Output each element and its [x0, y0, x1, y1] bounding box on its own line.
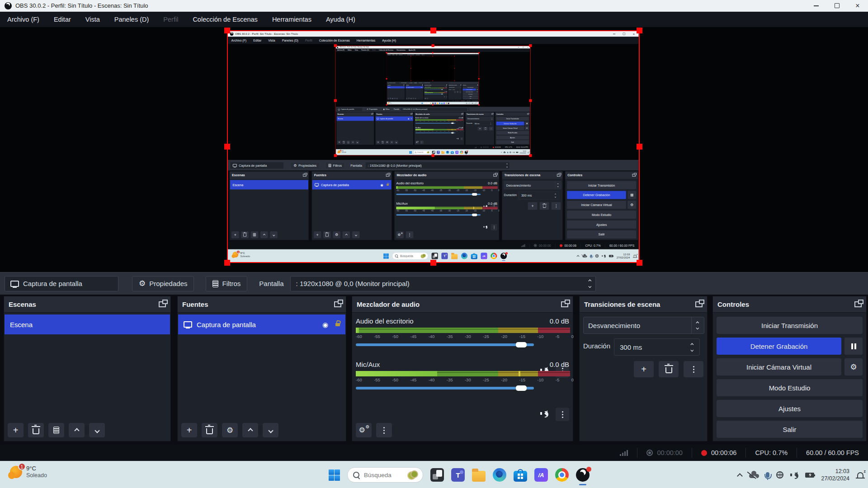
search-box[interactable] [347, 467, 423, 483]
stop-recording-button[interactable]: Detener Grabación [717, 338, 841, 355]
speaker-icon[interactable] [540, 410, 548, 417]
unlock-icon[interactable] [335, 323, 340, 326]
start-button[interactable] [329, 469, 340, 481]
volume-slider[interactable] [356, 341, 534, 348]
filters-button[interactable]: Filtros [206, 276, 247, 291]
broadcast-icon [646, 450, 653, 456]
fps-value: 60.00 / 60.00 FPS [806, 449, 859, 456]
transition-menu-button[interactable] [684, 361, 703, 377]
spin-down-button[interactable] [691, 348, 693, 351]
no-internet-icon[interactable] [776, 471, 783, 479]
tray-overflow-chevron-icon[interactable] [738, 473, 742, 477]
slider-thumb[interactable] [516, 342, 527, 347]
battery-charging-icon[interactable] [805, 473, 814, 478]
source-list-item[interactable]: Captura de pantalla ◉ [178, 314, 345, 334]
menu-herramientas[interactable]: Herramientas [272, 16, 311, 23]
onedrive-offline-icon[interactable] [749, 472, 759, 478]
slider-thumb[interactable] [516, 385, 527, 391]
menu-perfil[interactable]: Perfil [163, 16, 178, 23]
add-scene-button[interactable]: + [8, 423, 24, 437]
stream-timer: 00:00:00 [637, 448, 691, 458]
visibility-eye-icon[interactable]: ◉ [322, 321, 328, 328]
source-properties-button[interactable]: ⚙ [222, 423, 238, 437]
screen-select[interactable]: : 868x488 @ 0,0 (Monitor principal) [290, 276, 596, 291]
popout-icon[interactable] [561, 301, 568, 307]
transitions-title: Transiciones de escena [584, 300, 660, 308]
close-button[interactable]: × [847, 0, 868, 11]
fps-indicator: 60.00 / 60.00 FPS [797, 448, 868, 458]
exit-button[interactable]: Salir [717, 421, 863, 438]
transition-select[interactable]: Desvanecimiento [583, 317, 704, 334]
resize-handle-top-center[interactable] [430, 28, 436, 33]
spin-up-button[interactable] [691, 343, 693, 346]
notifications-bell-icon[interactable]: z [857, 472, 863, 478]
move-scene-up-button[interactable] [69, 423, 85, 437]
duration-spinbox[interactable]: 300 ms [614, 338, 700, 356]
taskbar-app-file-explorer[interactable] [472, 471, 486, 482]
screen-select-spinner[interactable] [588, 277, 592, 291]
restore-button[interactable] [826, 0, 847, 11]
remove-source-button[interactable] [202, 423, 217, 437]
start-streaming-button[interactable]: Iniciar Transmisión [717, 317, 863, 334]
kebab-icon [693, 369, 694, 370]
scene-name: Escena [10, 321, 33, 328]
studio-mode-button[interactable]: Modo Estudio [717, 379, 863, 396]
resize-handle-mid-left[interactable] [224, 144, 230, 150]
resize-handle-bottom-left[interactable] [224, 260, 230, 266]
taskbar-app-edge[interactable] [493, 468, 506, 482]
settings-button[interactable]: Ajustes [717, 400, 863, 417]
popout-icon[interactable] [695, 301, 703, 307]
remove-scene-button[interactable] [28, 423, 44, 437]
popout-icon[interactable] [334, 301, 341, 307]
mixer-menu-button[interactable] [376, 423, 392, 437]
scene-filters-button[interactable] [48, 423, 64, 437]
taskbar-app-teams[interactable]: T [451, 468, 465, 482]
volume-slider[interactable] [356, 385, 534, 392]
pause-recording-button[interactable] [844, 338, 863, 355]
advanced-audio-button[interactable]: ⚙⚙ [356, 423, 372, 437]
move-scene-down-button[interactable] [89, 423, 105, 437]
meter-scale: -60-55-50-45-40-35-30-25-20-15-10-50 [356, 377, 574, 382]
meter-scale: -60-55-50-45-40-35-30-25-20-15-10-50 [356, 334, 574, 339]
resize-handle-top-right[interactable] [637, 28, 642, 33]
resize-handle-top-left[interactable] [224, 28, 230, 33]
screen-capture-selection[interactable]: OBS 30.0.2 - Perfil: Sin Título - Escena… [227, 30, 640, 263]
preview-canvas[interactable]: OBS 30.0.2 - Perfil: Sin Título - Escena… [0, 27, 868, 272]
menu-vista[interactable]: Vista [85, 16, 100, 23]
resize-handle-bottom-center[interactable] [430, 260, 436, 266]
move-source-up-button[interactable] [242, 423, 258, 437]
properties-button[interactable]: ⚙ Propiedades [132, 276, 194, 291]
popout-icon[interactable] [854, 301, 862, 307]
add-transition-button[interactable]: + [634, 361, 654, 377]
resize-handle-bottom-right[interactable] [637, 260, 642, 266]
taskbar-clock[interactable]: 12:03 27/02/2024 [821, 468, 849, 483]
taskbar-app-obs-active[interactable] [576, 468, 590, 482]
minimize-button[interactable] [806, 0, 826, 11]
taskbar-app-clipchamp[interactable]: /A [534, 468, 548, 482]
microphone-icon[interactable] [766, 472, 769, 478]
selected-source-chip[interactable]: Captura de pantalla [5, 276, 118, 291]
menu-ayuda[interactable]: Ayuda (H) [326, 16, 355, 23]
resize-handle-mid-right[interactable] [637, 144, 642, 150]
taskbar-app-microsoft-store[interactable] [514, 471, 527, 482]
sources-header: Fuentes [178, 296, 346, 313]
menu-editar[interactable]: Editar [54, 16, 71, 23]
channel-menu-button[interactable] [556, 408, 569, 421]
move-source-down-button[interactable] [263, 423, 278, 437]
menu-archivo[interactable]: Archivo (F) [7, 16, 39, 23]
weather-widget[interactable]: 1 9°C Soleado [10, 465, 47, 479]
taskbar-app-screenshot-tool[interactable] [430, 468, 444, 482]
search-input[interactable] [363, 471, 404, 479]
menu-coleccion-escenas[interactable]: Colección de Escenas [193, 16, 257, 23]
search-highlight-image [407, 470, 418, 479]
meter-level [356, 371, 437, 376]
start-virtual-camera-button[interactable]: Iniciar Cámara Virtual [717, 358, 841, 375]
menu-paneles[interactable]: Paneles (D) [114, 16, 149, 23]
scene-list-item[interactable]: Escena [5, 314, 170, 334]
remove-transition-button[interactable] [659, 361, 679, 377]
taskbar-app-chrome[interactable] [555, 468, 569, 482]
volume-icon[interactable] [790, 472, 798, 478]
add-source-button[interactable]: + [181, 423, 197, 437]
virtual-camera-settings-button[interactable]: ⚙ [844, 358, 863, 375]
popout-icon[interactable] [159, 301, 166, 307]
